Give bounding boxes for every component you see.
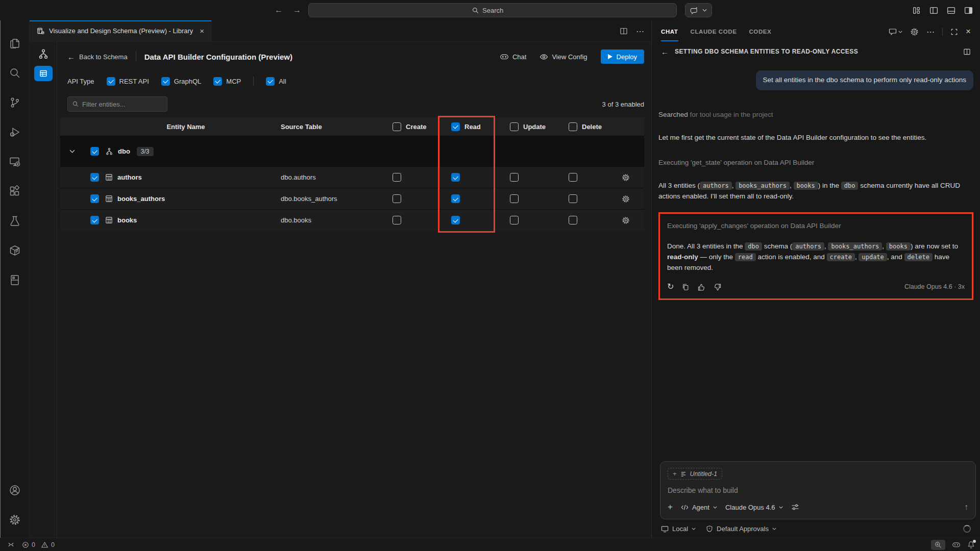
open-session-split-icon[interactable]	[963, 48, 971, 56]
global-search[interactable]	[308, 3, 677, 17]
toggle-primary-sidebar-icon[interactable]	[929, 6, 938, 15]
chat-prompt-input[interactable]	[668, 486, 968, 494]
row-checkbox[interactable]	[90, 173, 99, 182]
group-checkbox[interactable]	[90, 147, 99, 156]
view-config-button[interactable]: View Config	[540, 53, 587, 61]
graphql-checkbox[interactable]	[161, 77, 170, 86]
tab-claude-code[interactable]: CLAUDE CODE	[691, 22, 737, 41]
source-control-icon[interactable]	[4, 88, 26, 117]
delete-all-checkbox[interactable]	[569, 122, 577, 131]
api-option-all[interactable]: All	[266, 77, 286, 86]
search-sidebar-icon[interactable]	[4, 58, 26, 88]
close-tab-icon[interactable]: ×	[200, 27, 204, 35]
row-settings-gear-icon[interactable]	[622, 173, 644, 182]
filter-entities-field[interactable]	[67, 96, 167, 112]
send-icon[interactable]: ↑	[964, 503, 968, 512]
more-actions-icon[interactable]: ⋯	[636, 27, 644, 36]
tab-chat[interactable]: CHAT	[661, 22, 678, 41]
remote-explorer-icon[interactable]	[4, 147, 26, 177]
approvals-picker[interactable]: Default Approvals	[706, 525, 776, 533]
environment-picker[interactable]: Local	[661, 525, 696, 533]
explorer-icon[interactable]	[4, 29, 26, 58]
table-row[interactable]: books_authors dbo.books_authors	[60, 188, 644, 209]
chat-input-box[interactable]: + Untitled-1 + Agent Claude Opus 4.6 ↑	[660, 461, 976, 519]
update-all-checkbox[interactable]	[510, 122, 519, 131]
chevron-down-icon[interactable]	[60, 149, 84, 153]
copilot-status-icon[interactable]	[952, 540, 961, 549]
thumbs-up-icon[interactable]	[697, 283, 705, 291]
table-row[interactable]: books dbo.books	[60, 209, 644, 231]
thumbs-down-icon[interactable]	[714, 283, 722, 291]
delete-checkbox[interactable]	[569, 194, 577, 203]
entity-name: books_authors	[117, 195, 165, 203]
extensions-icon[interactable]	[4, 177, 26, 206]
maximize-panel-icon[interactable]	[950, 28, 958, 36]
tab-codex[interactable]: CODEX	[749, 22, 771, 41]
close-panel-icon[interactable]: ×	[966, 27, 971, 37]
rest-api-checkbox[interactable]	[107, 77, 115, 86]
customize-layout-icon[interactable]	[912, 6, 921, 15]
attach-icon[interactable]: +	[668, 502, 673, 512]
regenerate-icon[interactable]: ↻	[667, 281, 674, 293]
model-picker[interactable]: Claude Opus 4.6	[725, 504, 783, 511]
editor-tab[interactable]: Visualize and Design Schema (Preview) - …	[30, 20, 212, 41]
search-icon	[72, 101, 79, 107]
filter-entities-input[interactable]	[82, 101, 159, 108]
history-back-icon[interactable]: ←	[275, 6, 283, 15]
read-checkbox[interactable]	[451, 173, 460, 182]
row-settings-gear-icon[interactable]	[622, 195, 644, 203]
create-checkbox[interactable]	[393, 194, 401, 203]
database-designer-icon[interactable]	[4, 265, 26, 295]
api-option-mcp[interactable]: MCP	[213, 77, 241, 86]
delete-checkbox[interactable]	[569, 216, 577, 224]
delete-checkbox[interactable]	[569, 173, 577, 182]
dab-config-view-button[interactable]	[34, 66, 53, 81]
table-row[interactable]: authors dbo.authors	[60, 166, 644, 188]
api-option-rest[interactable]: REST API	[107, 77, 149, 86]
read-all-checkbox[interactable]	[451, 122, 460, 131]
account-icon[interactable]	[4, 475, 26, 505]
api-option-graphql[interactable]: GraphQL	[161, 77, 201, 86]
back-to-schema-link[interactable]: ← Back to Schema	[67, 53, 128, 61]
all-checkbox[interactable]	[266, 77, 275, 86]
notifications-bell-icon[interactable]	[967, 541, 975, 548]
settings-gear-icon[interactable]	[4, 505, 26, 535]
remote-indicator-icon[interactable]	[7, 541, 15, 548]
chat-settings-gear-icon[interactable]	[910, 28, 919, 36]
chat-action-button[interactable]: Chat	[500, 52, 526, 61]
update-checkbox[interactable]	[510, 194, 519, 203]
context-chip[interactable]: + Untitled-1	[668, 468, 722, 480]
testing-icon[interactable]	[4, 206, 26, 236]
schema-view-icon[interactable]	[38, 48, 49, 60]
mcp-checkbox[interactable]	[213, 77, 222, 86]
rest-api-label: REST API	[119, 78, 149, 85]
run-debug-icon[interactable]	[4, 117, 26, 147]
search-input[interactable]	[482, 7, 513, 14]
row-settings-gear-icon[interactable]	[622, 216, 644, 224]
read-checkbox[interactable]	[451, 216, 460, 224]
copy-icon[interactable]	[682, 283, 689, 291]
update-checkbox[interactable]	[510, 173, 519, 182]
split-editor-icon[interactable]	[620, 27, 628, 35]
create-all-checkbox[interactable]	[393, 122, 401, 131]
create-checkbox[interactable]	[393, 216, 401, 224]
copilot-chat-button[interactable]	[685, 3, 712, 17]
mode-picker[interactable]: Agent	[681, 504, 717, 511]
problems-indicator[interactable]: 0 0	[22, 541, 55, 548]
read-checkbox[interactable]	[451, 194, 460, 203]
schema-group-row[interactable]: dbo 3/3	[60, 136, 644, 166]
history-forward-icon[interactable]: →	[293, 6, 301, 15]
deploy-button[interactable]: Deploy	[601, 49, 644, 64]
toggle-secondary-sidebar-icon[interactable]	[964, 6, 973, 15]
package-icon[interactable]	[4, 236, 26, 265]
new-chat-icon[interactable]	[889, 28, 902, 36]
row-checkbox[interactable]	[90, 216, 99, 224]
row-checkbox[interactable]	[90, 194, 99, 203]
toggle-panel-icon[interactable]	[947, 6, 955, 15]
chat-more-icon[interactable]: ⋯	[926, 27, 935, 37]
session-back-icon[interactable]: ←	[661, 47, 669, 56]
create-checkbox[interactable]	[393, 173, 401, 182]
tools-sliders-icon[interactable]	[791, 503, 799, 511]
zoom-status-button[interactable]	[931, 540, 945, 550]
update-checkbox[interactable]	[510, 216, 519, 224]
